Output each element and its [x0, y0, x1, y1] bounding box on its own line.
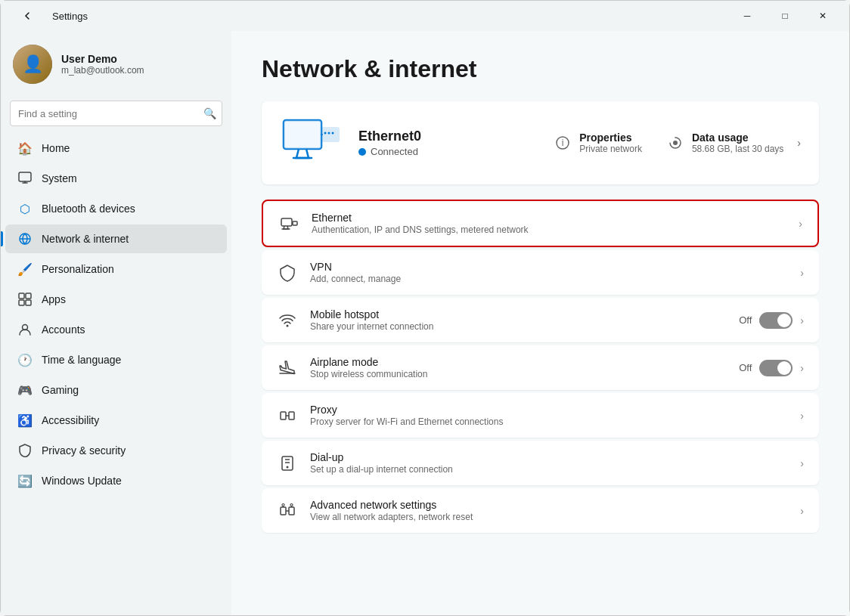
- home-icon: 🏠: [17, 141, 33, 156]
- sidebar-item-apps[interactable]: Apps: [5, 285, 227, 314]
- sidebar-item-bluetooth[interactable]: ⬡ Bluetooth & devices: [5, 194, 227, 223]
- dialup-chevron-icon: ›: [800, 457, 804, 469]
- ethernet-chevron-icon: ›: [799, 218, 802, 230]
- sidebar-item-time-label: Time & language: [42, 354, 121, 366]
- hotspot-item-text: Mobile hotspot Share your internet conne…: [310, 308, 727, 332]
- properties-icon: i: [554, 134, 572, 152]
- sidebar-item-accounts[interactable]: Accounts: [5, 315, 227, 344]
- advanced-item-text: Advanced network settings View all netwo…: [310, 499, 788, 522]
- sidebar-item-personalization[interactable]: 🖌️ Personalization: [5, 255, 227, 283]
- svg-rect-30: [281, 507, 286, 515]
- svg-point-29: [287, 466, 289, 468]
- vpn-item-title: VPN: [310, 261, 788, 273]
- data-usage-label: Data usage: [692, 132, 783, 144]
- airplane-item-title: Airplane mode: [310, 356, 727, 368]
- apps-icon: [17, 292, 33, 307]
- search-box: 🔍: [10, 101, 222, 126]
- advanced-settings-item[interactable]: Advanced network settings View all netwo…: [262, 488, 819, 533]
- time-icon: 🕐: [17, 352, 33, 367]
- minimize-button[interactable]: ─: [730, 4, 765, 28]
- hotspot-item-subtitle: Share your internet connection: [310, 321, 727, 332]
- sidebar-item-network[interactable]: Network & internet: [5, 224, 227, 253]
- update-icon: 🔄: [17, 473, 33, 488]
- proxy-item-icon: [277, 405, 298, 426]
- data-usage-text: Data usage 58.68 GB, last 30 days: [692, 132, 783, 154]
- window-title: Settings: [52, 11, 88, 22]
- search-icon: 🔍: [203, 107, 216, 119]
- properties-prop[interactable]: i Properties Private network: [554, 132, 642, 154]
- data-usage-icon: [666, 134, 684, 152]
- svg-rect-18: [281, 218, 292, 226]
- status-dot: [358, 148, 366, 156]
- svg-rect-10: [322, 128, 339, 141]
- dialup-item-icon: [277, 453, 298, 474]
- ethernet-status: Connected: [358, 146, 535, 157]
- svg-rect-5: [26, 300, 31, 305]
- svg-rect-0: [19, 172, 31, 181]
- data-usage-chevron: ›: [797, 137, 801, 149]
- sidebar-item-gaming[interactable]: 🎮 Gaming: [5, 376, 227, 404]
- advanced-item-icon: [277, 500, 298, 522]
- proxy-item-title: Proxy: [310, 404, 788, 416]
- sidebar-item-home[interactable]: 🏠 Home: [5, 134, 227, 163]
- hotspot-toggle[interactable]: [759, 312, 793, 329]
- ethernet-item-text: Ethernet Authentication, IP and DNS sett…: [312, 212, 786, 235]
- close-button[interactable]: ✕: [805, 4, 840, 28]
- data-usage-prop[interactable]: Data usage 58.68 GB, last 30 days ›: [666, 132, 801, 154]
- svg-point-17: [673, 141, 678, 145]
- sidebar-item-apps-label: Apps: [42, 293, 66, 305]
- accessibility-icon: ♿: [17, 413, 33, 428]
- ethernet-status-text: Connected: [371, 146, 418, 157]
- proxy-settings-item[interactable]: Proxy Proxy server for Wi-Fi and Etherne…: [262, 393, 819, 438]
- sidebar-item-network-label: Network & internet: [42, 233, 129, 245]
- vpn-settings-item[interactable]: VPN Add, connect, manage ›: [262, 250, 819, 295]
- sidebar-item-system-label: System: [42, 172, 77, 184]
- back-button[interactable]: [10, 4, 45, 28]
- airplane-chevron-icon: ›: [800, 362, 804, 374]
- ethernet-settings-item[interactable]: Ethernet Authentication, IP and DNS sett…: [262, 200, 819, 247]
- airplane-settings-item[interactable]: Airplane mode Stop wireless communicatio…: [262, 345, 819, 390]
- sidebar-item-personalization-label: Personalization: [42, 263, 114, 275]
- airplane-item-right: Off ›: [739, 360, 804, 376]
- ethernet-device-name: Ethernet0: [358, 128, 535, 144]
- accounts-icon: [17, 322, 33, 337]
- proxy-item-right: ›: [800, 410, 804, 422]
- hero-properties: i Properties Private network: [554, 132, 801, 154]
- airplane-item-icon: [277, 358, 298, 379]
- sidebar-item-home-label: Home: [42, 142, 70, 154]
- properties-label: Properties: [579, 132, 642, 144]
- sidebar-item-accounts-label: Accounts: [42, 323, 85, 336]
- hotspot-settings-item[interactable]: Mobile hotspot Share your internet conne…: [262, 298, 819, 342]
- user-section: 👤 User Demo m_lab@outlook.com: [1, 37, 231, 96]
- airplane-toggle-label: Off: [739, 362, 752, 373]
- sidebar-item-update[interactable]: 🔄 Windows Update: [5, 466, 227, 495]
- properties-text: Properties Private network: [579, 132, 642, 154]
- svg-point-13: [332, 132, 334, 135]
- airplane-item-text: Airplane mode Stop wireless communicatio…: [310, 356, 727, 379]
- maximize-button[interactable]: □: [768, 4, 802, 28]
- window-controls: ─ □ ✕: [730, 4, 840, 28]
- search-input[interactable]: [10, 101, 222, 126]
- main-panel: Network & internet: [231, 31, 849, 615]
- sidebar-item-accessibility[interactable]: ♿ Accessibility: [5, 406, 227, 435]
- settings-list: Ethernet Authentication, IP and DNS sett…: [262, 200, 819, 533]
- sidebar-item-gaming-label: Gaming: [42, 384, 79, 396]
- page-title: Network & internet: [262, 55, 819, 83]
- personalization-icon: 🖌️: [17, 262, 33, 277]
- svg-point-22: [287, 324, 289, 327]
- sidebar-item-time[interactable]: 🕐 Time & language: [5, 345, 227, 374]
- airplane-item-subtitle: Stop wireless communication: [310, 369, 727, 379]
- ethernet-item-right: ›: [799, 218, 802, 230]
- sidebar-item-system[interactable]: System: [5, 164, 227, 193]
- svg-rect-4: [19, 300, 24, 305]
- gaming-icon: 🎮: [17, 382, 33, 398]
- dialup-settings-item[interactable]: Dial-up Set up a dial-up internet connec…: [262, 441, 819, 485]
- sidebar-item-privacy[interactable]: Privacy & security: [5, 436, 227, 465]
- sidebar: 👤 User Demo m_lab@outlook.com 🔍 🏠 Home: [1, 31, 231, 615]
- svg-rect-23: [281, 412, 286, 419]
- vpn-item-right: ›: [800, 267, 804, 279]
- airplane-toggle-knob: [777, 361, 791, 375]
- airplane-toggle[interactable]: [759, 360, 793, 376]
- ethernet-device-icon: [280, 116, 340, 169]
- user-name: User Demo: [61, 53, 144, 65]
